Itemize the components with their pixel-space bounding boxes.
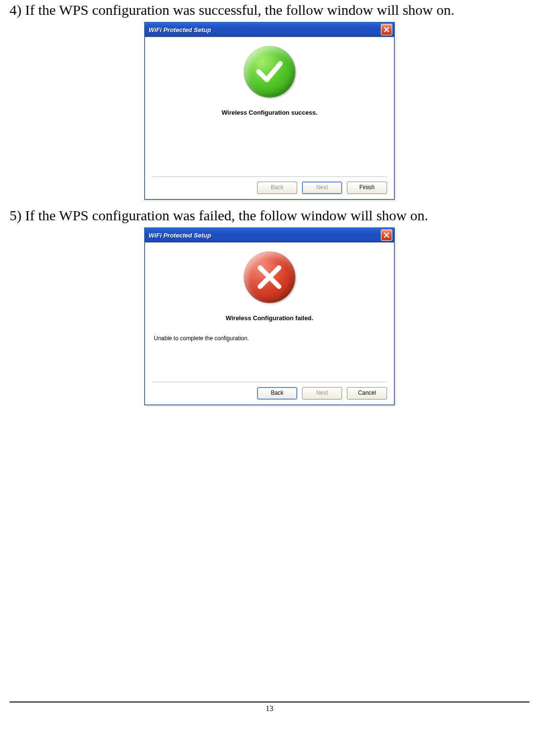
fail-message: Wireless Configuration failed. bbox=[152, 314, 387, 322]
titlebar: WiFi Protected Setup bbox=[145, 22, 394, 37]
next-button: Next bbox=[302, 182, 342, 194]
wps-fail-dialog: WiFi Protected Setup Wireless Configurat… bbox=[144, 227, 395, 405]
success-message: Wireless Configuration success. bbox=[152, 109, 387, 116]
footer-area: 13 bbox=[10, 702, 529, 713]
dialog-body: Wireless Configuration success. Back Nex… bbox=[145, 37, 394, 199]
cancel-button[interactable]: Cancel bbox=[347, 387, 387, 400]
finish-button[interactable]: Finish bbox=[347, 182, 387, 194]
next-button: Next bbox=[302, 387, 342, 400]
fail-dialog-wrap: WiFi Protected Setup Wireless Configurat… bbox=[10, 227, 529, 405]
step4-text: 4) If the WPS configuration was successf… bbox=[10, 2, 529, 18]
step5-text: 5) If the WPS configuration was failed, … bbox=[10, 207, 529, 224]
button-row: Back Next Finish bbox=[152, 176, 387, 194]
checkmark-icon bbox=[244, 46, 295, 97]
status-icon-wrap bbox=[152, 43, 387, 106]
close-icon[interactable] bbox=[381, 24, 392, 35]
footer-divider bbox=[10, 702, 529, 702]
back-button[interactable]: Back bbox=[257, 387, 297, 400]
button-row: Back Next Cancel bbox=[152, 382, 387, 400]
dialog-title: WiFi Protected Setup bbox=[149, 232, 211, 239]
success-dialog-wrap: WiFi Protected Setup Wireless Configurat… bbox=[10, 22, 529, 200]
cross-icon bbox=[244, 251, 295, 303]
wps-success-dialog: WiFi Protected Setup Wireless Configurat… bbox=[144, 22, 395, 200]
dialog-title: WiFi Protected Setup bbox=[149, 26, 211, 33]
close-icon[interactable] bbox=[381, 229, 392, 241]
titlebar: WiFi Protected Setup bbox=[145, 228, 394, 242]
status-icon-wrap bbox=[152, 248, 387, 312]
back-button: Back bbox=[257, 182, 297, 194]
dialog-body: Wireless Configuration failed. Unable to… bbox=[145, 242, 394, 405]
fail-sub-message: Unable to complete the configuration. bbox=[154, 335, 387, 342]
page-number: 13 bbox=[10, 704, 529, 713]
